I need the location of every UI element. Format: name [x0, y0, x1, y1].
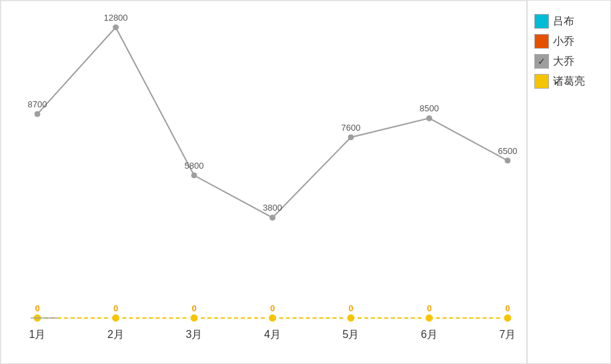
point-daqiao-4: [348, 135, 354, 140]
xlabel-5: 6月: [421, 329, 438, 340]
line-daqiao: [37, 27, 508, 217]
point-daqiao-1: [113, 25, 119, 30]
xlabel-1: 2月: [107, 329, 124, 340]
point-daqiao-3: [270, 215, 275, 220]
legend-color-3: [534, 74, 549, 89]
yellow-label-4: 0: [348, 303, 353, 313]
yellow-label-1: 0: [113, 303, 118, 313]
legend-label-1: 小乔: [553, 35, 574, 49]
label-daqiao-0: 8700: [28, 99, 47, 109]
xlabel-4: 5月: [343, 329, 360, 340]
yellow-label-3: 0: [270, 303, 275, 313]
legend-color-1: [534, 34, 549, 49]
legend-color-0: [534, 14, 549, 29]
legend-item-2[interactable]: 大乔: [534, 54, 604, 69]
point-daqiao-6: [505, 158, 510, 163]
label-daqiao-3: 3800: [263, 203, 282, 213]
yellow-label-5: 0: [427, 303, 432, 313]
yellow-dot-2: [191, 315, 197, 321]
xlabel-0: 1月: [29, 329, 46, 340]
legend-label-2: 大乔: [553, 55, 574, 69]
yellow-dot-5: [426, 315, 433, 321]
yellow-dot-6: [504, 315, 511, 321]
legend-label-0: 吕布: [553, 15, 574, 29]
label-daqiao-5: 8500: [420, 103, 439, 113]
legend-area: 吕布小乔大乔诸葛亮: [527, 0, 611, 364]
xlabel-3: 4月: [264, 329, 281, 340]
chart-area: 8700128005800380076008500650000000001月2月…: [0, 0, 527, 364]
yellow-dot-1: [113, 315, 119, 321]
yellow-dot-3: [269, 315, 276, 321]
legend-color-2: [534, 54, 549, 69]
label-daqiao-6: 6500: [498, 146, 518, 156]
point-daqiao-5: [427, 115, 432, 121]
yellow-label-6: 0: [505, 303, 510, 313]
legend-item-3[interactable]: 诸葛亮: [534, 74, 604, 89]
xlabel-6: 7月: [500, 329, 516, 340]
svg-rect-0: [1, 1, 528, 364]
point-daqiao-0: [35, 111, 40, 117]
label-daqiao-1: 12800: [103, 13, 127, 23]
legend-item-0[interactable]: 吕布: [534, 14, 604, 29]
xlabel-2: 3月: [186, 329, 203, 340]
yellow-label-0: 0: [35, 303, 39, 313]
point-daqiao-2: [191, 173, 197, 178]
chart-svg: 8700128005800380076008500650000000001月2月…: [1, 1, 528, 364]
label-daqiao-2: 5800: [185, 161, 204, 171]
label-daqiao-4: 7600: [342, 123, 361, 133]
yellow-dot-4: [348, 315, 354, 321]
legend-label-3: 诸葛亮: [553, 75, 585, 89]
yellow-label-2: 0: [191, 303, 196, 313]
legend-item-1[interactable]: 小乔: [534, 34, 604, 49]
